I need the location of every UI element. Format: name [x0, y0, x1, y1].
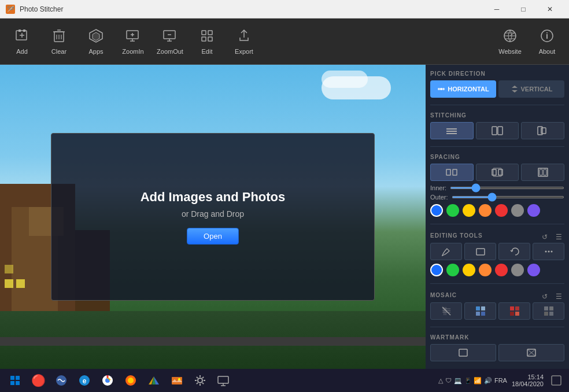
about-button[interactable]: i About	[530, 21, 564, 62]
svg-point-89	[128, 378, 134, 383]
color-red[interactable]	[495, 204, 508, 217]
stitch-option-1[interactable]	[430, 122, 474, 139]
wartmark-option-2[interactable]	[498, 344, 564, 361]
tray-laptop: 💻	[454, 377, 462, 384]
taskbar-app-photo[interactable]	[167, 370, 187, 391]
spacing-option-1[interactable]	[430, 164, 474, 181]
color-gray[interactable]	[511, 204, 524, 217]
vertical-button[interactable]: VERTICAL	[498, 80, 564, 98]
edit-tool-more[interactable]	[533, 243, 564, 260]
color-purple[interactable]	[527, 204, 540, 217]
pick-direction-label: PICK DIRECTION	[430, 71, 564, 77]
outer-label: Outer:	[430, 194, 448, 201]
taskbar-app-settings[interactable]	[190, 370, 210, 391]
mosaic-option-3[interactable]	[498, 302, 530, 320]
tray-arrow[interactable]: △	[438, 377, 443, 384]
spacing-option-3[interactable]	[521, 164, 564, 181]
edit-color-green[interactable]	[446, 264, 459, 276]
svg-text:i: i	[546, 31, 548, 40]
right-panel: PICK DIRECTION HORIZONTAL VERTICAL STITC…	[426, 65, 569, 369]
horizontal-button[interactable]: HORIZONTAL	[430, 80, 496, 98]
refresh-icon[interactable]: ↺	[539, 231, 550, 243]
edit-color-red[interactable]	[495, 264, 508, 276]
minimize-button[interactable]: ─	[483, 0, 510, 19]
svg-point-33	[440, 88, 442, 90]
zoomout-icon	[162, 28, 178, 46]
taskbar-clock[interactable]: 15:14 18/04/2020	[512, 373, 544, 387]
editing-tools-row	[430, 243, 564, 260]
mosaic-option-4[interactable]	[533, 302, 564, 320]
mosaic-option-2[interactable]	[464, 302, 496, 320]
apps-button[interactable]: Apps	[79, 21, 113, 62]
edit-color-yellow[interactable]	[463, 264, 475, 276]
svg-rect-81	[16, 381, 20, 385]
spacing-option-2[interactable]	[476, 164, 519, 181]
taskbar-app-firefox[interactable]	[120, 370, 141, 391]
edit-tool-undo[interactable]	[498, 243, 530, 260]
svg-rect-74	[459, 349, 467, 356]
svg-rect-24	[208, 31, 212, 35]
edit-tool-rect[interactable]	[464, 243, 496, 260]
website-button[interactable]: Website	[493, 21, 527, 62]
svg-line-56	[442, 307, 450, 315]
wartmark-options	[430, 344, 564, 361]
color-blue[interactable]	[430, 204, 443, 217]
app-icon: 🪡	[6, 5, 15, 14]
svg-rect-101	[552, 376, 561, 385]
svg-rect-50	[540, 169, 542, 175]
svg-rect-65	[481, 312, 485, 316]
zoomout-button[interactable]: ZoomOut	[153, 21, 187, 62]
zoomin-button[interactable]: ZoomIn	[116, 21, 150, 62]
mosaic-settings-icon[interactable]: ☰	[553, 291, 564, 302]
svg-point-55	[550, 251, 552, 253]
app-title: Photo Stitcher	[20, 5, 63, 13]
tray-volume[interactable]: 🔊	[484, 377, 492, 384]
mosaic-refresh-icon[interactable]: ↺	[539, 291, 550, 302]
edit-icon	[199, 28, 215, 46]
add-button[interactable]: Add	[5, 21, 39, 62]
color-orange[interactable]	[479, 204, 492, 217]
svg-rect-46	[492, 169, 496, 175]
svg-rect-73	[549, 312, 553, 316]
close-button[interactable]: ✕	[537, 0, 563, 19]
edit-color-orange[interactable]	[479, 264, 492, 276]
taskbar-app-display[interactable]	[213, 370, 234, 391]
stitch-option-3[interactable]	[521, 122, 564, 139]
svg-rect-44	[446, 169, 450, 175]
taskbar-app-ie[interactable]: e	[74, 370, 95, 391]
edit-button[interactable]: Edit	[190, 21, 224, 62]
taskbar-app-cinnamon[interactable]: 🔴	[28, 370, 49, 391]
clear-icon	[51, 28, 66, 46]
taskbar-start[interactable]	[5, 370, 25, 391]
edit-tool-brush[interactable]	[430, 243, 462, 260]
edit-color-purple[interactable]	[527, 264, 540, 276]
clear-button[interactable]: Clear	[42, 21, 76, 62]
stitch-option-2[interactable]	[476, 122, 519, 139]
maximize-button[interactable]: □	[510, 0, 537, 19]
taskbar-app-thunderbird[interactable]	[51, 370, 72, 391]
taskbar-app-drive[interactable]	[143, 370, 164, 391]
svg-rect-66	[510, 306, 514, 310]
add-label: Add	[16, 48, 28, 55]
open-button[interactable]: Open	[187, 228, 239, 245]
notification-button[interactable]	[548, 372, 564, 389]
outer-slider[interactable]	[452, 196, 564, 198]
editing-tools-label: EDITING TOOLS	[430, 232, 483, 239]
svg-rect-71	[549, 306, 553, 310]
edit-color-blue[interactable]	[430, 264, 443, 276]
taskbar-app-chrome[interactable]	[97, 370, 118, 391]
wartmark-option-1[interactable]	[430, 344, 496, 361]
edit-color-gray[interactable]	[511, 264, 524, 276]
settings-icon[interactable]: ☰	[553, 231, 564, 243]
export-button[interactable]: Export	[227, 21, 261, 62]
taskbar-time: 15:14	[512, 373, 544, 380]
svg-rect-39	[446, 133, 457, 134]
svg-rect-52	[476, 249, 485, 255]
spacing-colors	[430, 204, 564, 217]
color-yellow[interactable]	[463, 204, 475, 217]
inner-slider[interactable]	[450, 187, 564, 189]
website-label: Website	[498, 48, 522, 55]
svg-rect-79	[16, 376, 20, 380]
mosaic-option-1[interactable]	[430, 302, 462, 320]
color-green[interactable]	[446, 204, 459, 217]
